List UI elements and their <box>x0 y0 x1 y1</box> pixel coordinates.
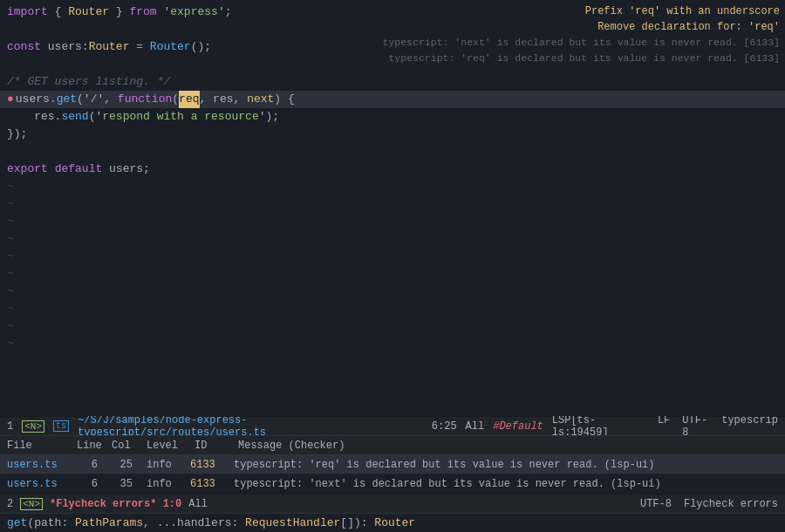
diag-col-2: 35 <box>105 478 140 490</box>
diag-col-1: 25 <box>105 459 140 471</box>
fn-get: get <box>57 91 77 108</box>
code-line-6: ●users.get('/', function(req, res, next)… <box>0 91 785 108</box>
bottom-code-snippet: get(path: PathParams, ...handlers: Reque… <box>0 513 785 532</box>
status-all: All <box>466 420 485 433</box>
code-line-5: /* GET users listing. */ <box>0 73 785 91</box>
fn-send: send <box>61 108 88 126</box>
type-router-return: Router <box>374 516 415 529</box>
diag-file-1: users.ts <box>0 459 70 471</box>
col-id: ID <box>188 440 231 452</box>
status-ts-icon: ts <box>53 420 69 432</box>
diag-row-2[interactable]: users.ts 6 35 info 6133 typescript: 'nex… <box>0 474 785 494</box>
col-file: File <box>0 440 70 452</box>
comment-get-users: /* GET users listing. */ <box>7 73 170 91</box>
string-respond: respond with a resource <box>102 108 258 126</box>
type-pathparams: PathParams <box>75 516 143 529</box>
mini-mode: <N> <box>20 498 43 510</box>
tilde-9: ~ <box>0 317 785 335</box>
param-path: path <box>34 516 61 529</box>
type-router-annotation: Router <box>89 38 130 56</box>
diagnostics-header: File Line Col Level ID Message (Checker) <box>0 436 785 455</box>
diag-line-1: 6 <box>70 459 105 471</box>
status-line-number: 1 <box>7 420 13 433</box>
string-express: express <box>170 3 218 21</box>
mini-encoding: UTF-8 <box>640 498 672 510</box>
diag-row-1[interactable]: users.ts 6 25 info 6133 typescript: 'req… <box>0 455 785 474</box>
code-line-8: }); <box>0 126 785 143</box>
diag-msg-2: typescript: 'next' is declared but its v… <box>227 478 785 490</box>
keyword-from: from <box>129 3 156 21</box>
type-router: Router <box>68 3 109 21</box>
status-theme: #Default <box>493 420 543 433</box>
mini-num: 2 <box>7 498 13 510</box>
code-line-3: const users:Router = Router(); <box>0 38 785 56</box>
code-line-7: res.send('respond with a resource'); <box>0 108 785 126</box>
param-next: next <box>247 91 274 108</box>
error-marker: ● <box>7 91 14 108</box>
status-mode: <N> <box>22 420 44 433</box>
diag-id-2: 6133 <box>183 478 227 490</box>
code-line-10: export default users; <box>0 160 785 178</box>
main-status-bar: 1 <N> ts ~/S/J/samples/node-express-type… <box>0 416 785 435</box>
tilde-7: ~ <box>0 283 785 300</box>
tilde-3: ~ <box>0 213 785 230</box>
diag-level-1: info <box>140 459 183 471</box>
editor-area: import { Router } from 'express'; const … <box>0 0 785 416</box>
tilde-5: ~ <box>0 248 785 265</box>
param-res: res <box>213 91 233 108</box>
tilde-4: ~ <box>0 230 785 248</box>
code-line-2 <box>0 21 785 38</box>
keyword-export: export <box>7 160 48 178</box>
code-line-9 <box>0 143 785 160</box>
mini-flycheck: *Flycheck errors* 1:0 <box>50 498 181 510</box>
diag-level-2: info <box>140 478 183 490</box>
mini-flycheck-label: Flycheck errors <box>684 498 778 510</box>
col-message: Message (Checker) <box>231 440 352 452</box>
code-line-4 <box>0 56 785 73</box>
diag-id-1: 6133 <box>183 459 227 471</box>
code-container[interactable]: import { Router } from 'express'; const … <box>0 0 785 416</box>
mini-right: UTF-8 Flycheck errors <box>640 498 778 510</box>
keyword-import: import <box>7 3 48 21</box>
keyword-default: default <box>55 160 103 178</box>
param-handlers: handlers <box>177 516 231 529</box>
tilde-8: ~ <box>0 300 785 317</box>
keyword-function: function <box>118 91 172 108</box>
mini-all: All <box>188 498 208 510</box>
col-level: Level <box>140 440 188 452</box>
keyword-const: const <box>7 38 41 56</box>
diag-line-2: 6 <box>70 478 105 490</box>
diag-msg-1: typescript: 'req' is declared but its va… <box>227 459 785 471</box>
tilde-1: ~ <box>0 178 785 195</box>
diag-file-2: users.ts <box>0 478 70 490</box>
fn-get-bottom: get <box>7 516 27 529</box>
diagnostics-panel: File Line Col Level ID Message (Checker)… <box>0 435 785 494</box>
code-line-1: import { Router } from 'express'; <box>0 3 785 21</box>
col-col: Col <box>105 440 140 452</box>
tilde-6: ~ <box>0 265 785 283</box>
param-req-highlighted: req <box>179 91 199 108</box>
tilde-2: ~ <box>0 195 785 213</box>
type-requesthandler: RequestHandler <box>245 516 340 529</box>
status-position: 6:25 <box>432 420 457 433</box>
col-line: Line <box>70 440 105 452</box>
mini-status-bar: 2 <N> *Flycheck errors* 1:0 All UTF-8 Fl… <box>0 494 785 513</box>
tilde-10: ~ <box>0 335 785 352</box>
fn-router-call: Router <box>150 38 191 56</box>
